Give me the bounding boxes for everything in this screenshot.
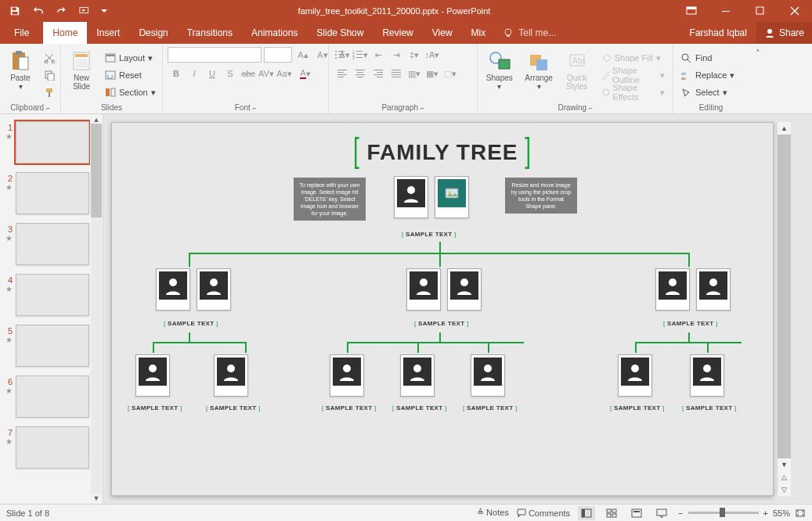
label-l3-3[interactable]: SAMPLE TEXT bbox=[326, 404, 372, 411]
font-size-select[interactable] bbox=[264, 47, 292, 63]
thumbnail-1[interactable]: 1★ bbox=[0, 119, 103, 170]
align-center-button[interactable] bbox=[352, 66, 369, 81]
reset-button[interactable]: Reset bbox=[102, 67, 159, 83]
zoom-out-button[interactable]: − bbox=[678, 508, 683, 518]
tree-node-l2a[interactable] bbox=[156, 268, 231, 311]
redo-icon[interactable] bbox=[52, 2, 72, 20]
replace-button[interactable]: abacReplace ▾ bbox=[678, 67, 738, 83]
thumbnail-3[interactable]: 3★ bbox=[0, 221, 103, 271]
slide-indicator[interactable]: Slide 1 of 8 bbox=[6, 508, 49, 518]
notes-button[interactable]: ≜ Notes bbox=[477, 508, 509, 518]
start-from-beginning-icon[interactable] bbox=[75, 2, 96, 20]
shapes-button[interactable]: Shapes ▾ bbox=[482, 47, 517, 92]
label-l3-7[interactable]: SAMPLE TEXT bbox=[686, 404, 732, 411]
label-l2a[interactable]: SAMPLE TEXT bbox=[168, 320, 214, 327]
shadow-button[interactable]: S bbox=[222, 66, 239, 81]
label-l3-1[interactable]: SAMPLE TEXT bbox=[132, 404, 178, 411]
line-spacing-button[interactable]: ‡▾ bbox=[406, 47, 423, 63]
tab-transitions[interactable]: Transitions bbox=[178, 22, 242, 44]
layout-button[interactable]: Layout ▾ bbox=[102, 50, 159, 66]
zoom-in-button[interactable]: + bbox=[763, 508, 768, 518]
undo-icon[interactable] bbox=[28, 2, 49, 20]
section-button[interactable]: Section ▾ bbox=[102, 84, 159, 100]
shape-fill-button[interactable]: Shape Fill ▾ bbox=[597, 50, 668, 66]
italic-button[interactable]: I bbox=[186, 66, 203, 81]
qat-dropdown-icon[interactable] bbox=[99, 2, 110, 20]
text-direction-button[interactable]: ↕A▾ bbox=[424, 47, 441, 63]
tab-home[interactable]: Home bbox=[43, 22, 87, 44]
quick-styles-button[interactable]: Abc Quick Styles bbox=[561, 47, 593, 92]
increase-font-size-button[interactable]: A▴ bbox=[294, 47, 312, 63]
shape-effects-button[interactable]: Shape Effects ▾ bbox=[597, 84, 668, 100]
tree-node-l3-5[interactable] bbox=[471, 354, 505, 397]
shape-outline-button[interactable]: Shape Outline ▾ bbox=[597, 67, 668, 83]
slide-sorter-view-button[interactable] bbox=[603, 506, 620, 520]
instruction-note-right[interactable]: Resize and move image by using the pictu… bbox=[505, 178, 577, 214]
minimize-icon[interactable] bbox=[709, 0, 743, 22]
scroll-up-icon[interactable]: ▲ bbox=[778, 122, 791, 135]
bold-button[interactable]: B bbox=[168, 66, 185, 81]
thumbnail-4[interactable]: 4★ bbox=[0, 271, 103, 322]
ribbon-display-options-icon[interactable] bbox=[674, 0, 709, 22]
label-l3-6[interactable]: SAMPLE TEXT bbox=[614, 404, 660, 411]
thumbnail-scrollbar[interactable]: ▲ ▼ bbox=[90, 114, 103, 504]
next-slide-icon[interactable]: ▽ bbox=[778, 483, 791, 496]
tab-insert[interactable]: Insert bbox=[87, 22, 129, 44]
convert-smartart-button[interactable]: ⬚▾ bbox=[442, 66, 459, 81]
comments-button[interactable]: Comments bbox=[517, 508, 570, 518]
new-slide-button[interactable]: New Slide bbox=[66, 47, 97, 92]
numbering-button[interactable]: 123▾ bbox=[352, 47, 369, 63]
copy-button[interactable] bbox=[41, 67, 58, 83]
label-l2c[interactable]: SAMPLE TEXT bbox=[667, 320, 713, 327]
label-l2b[interactable]: SAMPLE TEXT bbox=[418, 320, 464, 327]
tree-node-l3-1[interactable] bbox=[135, 354, 170, 397]
format-painter-button[interactable] bbox=[41, 84, 58, 100]
paste-button[interactable]: Paste ▾ bbox=[5, 47, 36, 92]
tab-view[interactable]: View bbox=[423, 22, 462, 44]
slide-canvas[interactable]: [ FAMILY TREE ] To replace with your own… bbox=[111, 122, 774, 496]
strikethrough-button[interactable]: abc bbox=[240, 66, 257, 81]
thumbnail-6[interactable]: 6★ bbox=[0, 373, 103, 424]
tab-slideshow[interactable]: Slide Show bbox=[307, 22, 373, 44]
character-spacing-button[interactable]: AV▾ bbox=[258, 66, 275, 81]
align-text-button[interactable]: ▦▾ bbox=[424, 66, 441, 81]
tree-node-l3-7[interactable] bbox=[690, 354, 724, 397]
account-user[interactable]: Farshad Iqbal bbox=[680, 22, 756, 44]
collapse-ribbon-icon[interactable]: ˄ bbox=[749, 44, 767, 113]
tell-me-search[interactable]: Tell me... bbox=[495, 22, 564, 44]
cut-button[interactable] bbox=[41, 50, 58, 66]
font-color-button[interactable]: A▾ bbox=[294, 66, 317, 81]
scroll-down-icon[interactable]: ▼ bbox=[778, 458, 791, 471]
arrange-button[interactable]: Arrange ▾ bbox=[521, 47, 557, 92]
close-icon[interactable] bbox=[778, 0, 812, 22]
change-case-button[interactable]: Aa▾ bbox=[276, 66, 293, 81]
tab-mix[interactable]: Mix bbox=[462, 22, 496, 44]
slide-title[interactable]: [ FAMILY TREE ] bbox=[353, 140, 532, 165]
tree-node-l3-6[interactable] bbox=[618, 354, 652, 397]
tab-animations[interactable]: Animations bbox=[242, 22, 307, 44]
tree-node-l2c[interactable] bbox=[655, 268, 731, 311]
scroll-down-icon[interactable]: ▼ bbox=[93, 494, 100, 502]
main-scrollbar[interactable]: ▲ ▼ △ ▽ bbox=[777, 122, 791, 496]
thumbnail-5[interactable]: 5★ bbox=[0, 322, 103, 373]
label-l3-5[interactable]: SAMPLE TEXT bbox=[467, 404, 513, 411]
slideshow-view-button[interactable] bbox=[653, 506, 670, 520]
share-button[interactable]: Share bbox=[756, 22, 812, 44]
maximize-icon[interactable] bbox=[743, 0, 778, 22]
label-l3-2[interactable]: SAMPLE TEXT bbox=[210, 404, 256, 411]
reading-view-button[interactable] bbox=[628, 506, 645, 520]
instruction-note-left[interactable]: To replace with your own image. Select i… bbox=[294, 178, 366, 221]
tree-node-l3-2[interactable] bbox=[214, 354, 248, 397]
tab-review[interactable]: Review bbox=[373, 22, 422, 44]
find-button[interactable]: Find bbox=[678, 50, 738, 66]
label-root[interactable]: SAMPLE TEXT bbox=[406, 231, 452, 238]
font-family-select[interactable] bbox=[168, 47, 262, 63]
normal-view-button[interactable] bbox=[578, 506, 595, 520]
bullets-button[interactable]: ▾ bbox=[334, 47, 351, 63]
align-left-button[interactable] bbox=[334, 66, 351, 81]
tree-node-l3-3[interactable] bbox=[330, 354, 364, 397]
tree-node-l2b[interactable] bbox=[406, 268, 482, 311]
tab-file[interactable]: File bbox=[0, 22, 43, 44]
save-icon[interactable] bbox=[5, 2, 25, 20]
underline-button[interactable]: U bbox=[204, 66, 221, 81]
